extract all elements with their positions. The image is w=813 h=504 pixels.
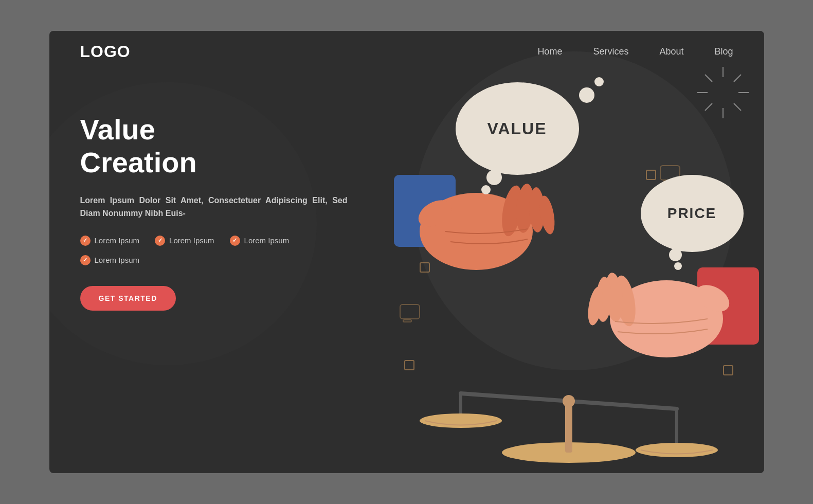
nav-item-blog[interactable]: Blog [714,46,733,57]
svg-line-13 [705,103,712,111]
checklist-label-1: Lorem Ipsum [95,236,140,245]
nav-link-about[interactable]: About [659,46,683,57]
checklist-item-1: Lorem Ipsum [80,236,140,246]
nav-item-home[interactable]: Home [537,46,562,57]
nav-link-blog[interactable]: Blog [714,46,733,57]
nav-link-home[interactable]: Home [537,46,562,57]
svg-line-11 [734,103,741,111]
hero-title: Value Creation [80,113,348,179]
bubble-circle-1 [579,87,594,103]
hero-description: Lorem Ipsum Dolor Sit Amet, Consectetuer… [80,194,348,220]
svg-rect-2 [400,304,420,319]
checklist-label-2: Lorem Ipsum [169,236,214,245]
left-content: Value Creation Lorem Ipsum Dolor Sit Ame… [80,113,348,311]
illustration: VALUE PRICE [373,31,764,473]
svg-rect-3 [403,320,411,322]
checklist-label-4: Lorem Ipsum [95,256,140,264]
checklist-label-3: Lorem Ipsum [244,236,290,245]
deco-checkbox-3 [404,360,414,370]
nav-links: Home Services About Blog [537,46,733,57]
nav-item-about[interactable]: About [659,46,683,57]
check-icon-2 [155,236,165,246]
thought-bubble-value: VALUE [456,82,579,175]
bubble-value-text: VALUE [487,119,547,138]
svg-point-35 [563,395,575,407]
svg-point-34 [636,443,718,457]
thought-bubble-price: PRICE [641,175,744,252]
logo: LOGO [80,42,131,61]
checklist: Lorem Ipsum Lorem Ipsum Lorem Ipsum Lore… [80,236,348,265]
svg-line-10 [705,75,712,82]
checklist-item-4: Lorem Ipsum [80,255,140,265]
bubble-circle-2 [594,77,604,86]
svg-rect-29 [565,401,572,453]
deco-checkbox-1 [646,170,656,180]
check-icon-1 [80,236,91,246]
page-frame: LOGO Home Services About Blog Value Crea… [49,31,764,473]
get-started-button[interactable]: GET STARTED [80,286,176,311]
nav-link-services[interactable]: Services [593,46,628,57]
checklist-item-2: Lorem Ipsum [155,236,214,246]
deco-burst [697,67,749,118]
navbar: LOGO Home Services About Blog [49,31,764,72]
nav-item-services[interactable]: Services [593,46,628,57]
bubble-price-text: PRICE [667,205,717,222]
deco-chat-2 [399,303,422,323]
checklist-item-3: Lorem Ipsum [230,236,290,246]
svg-point-33 [420,413,502,428]
svg-line-12 [734,75,741,82]
check-icon-3 [230,236,240,246]
check-icon-4 [80,255,91,265]
